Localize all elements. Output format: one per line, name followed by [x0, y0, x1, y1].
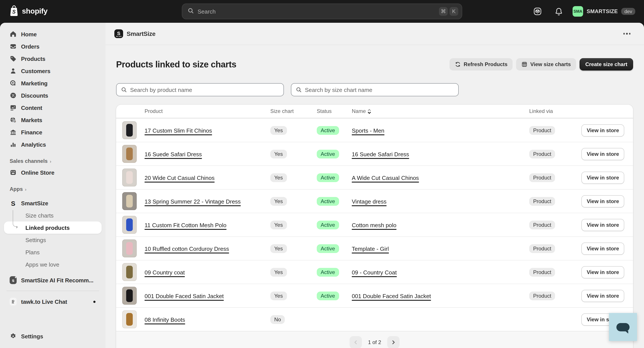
subitem-label: Plans: [26, 249, 40, 255]
size-chart-badge: No: [270, 315, 285, 324]
sidebar-item-settings[interactable]: Settings: [4, 330, 102, 342]
apps-header[interactable]: Apps ›: [4, 184, 102, 194]
linked-via-badge: Product: [529, 197, 555, 206]
sidebar-item-smartsize-ai[interactable]: s SmartSize AI Fit Recomm...: [4, 274, 102, 286]
sidebar-item-customers[interactable]: Customers: [4, 65, 102, 77]
sidebar-item-finance[interactable]: Finance: [4, 126, 102, 138]
table-row: 001 Double Faced Satin Jacket Yes Active…: [116, 284, 633, 307]
sidebar-item-smartsize-app[interactable]: S SmartSize: [4, 197, 102, 209]
app-overflow-menu-button[interactable]: [620, 30, 633, 37]
column-header-name[interactable]: Name: [352, 108, 529, 114]
table-row: 08 Infinity Boots No View in store: [116, 307, 633, 331]
sidebar-item-home[interactable]: Home: [4, 28, 102, 40]
sidebar-subitem-linked-products[interactable]: Linked products: [4, 222, 102, 234]
status-dot: [93, 301, 96, 303]
column-header-product: Product: [144, 108, 270, 114]
smartsize-app-logo: S: [114, 29, 123, 38]
global-search-input[interactable]: Search ⌘ K: [182, 3, 462, 19]
product-search-input[interactable]: Search by product name: [116, 83, 284, 96]
sidekick-assistant-button[interactable]: [530, 4, 544, 18]
sales-channels-header[interactable]: Sales channels ›: [4, 156, 102, 166]
sidebar-item-online-store[interactable]: Online Store: [4, 166, 102, 179]
view-size-charts-label: View size charts: [530, 61, 571, 67]
size-chart-badge: Yes: [270, 244, 287, 253]
shopify-logo[interactable]: S shopify: [9, 4, 48, 18]
product-link[interactable]: 20 Wide Cut Casual Chinos: [144, 174, 214, 181]
subitem-label: Apps we love: [26, 261, 59, 268]
previous-page-button[interactable]: [350, 336, 362, 348]
sidebar-item-content[interactable]: Content: [4, 102, 102, 114]
sidebar-subitem-apps-we-love[interactable]: Apps we love: [4, 258, 102, 271]
media-icon: [10, 104, 17, 111]
sidebar-subitem-plans[interactable]: Plans: [4, 246, 102, 258]
store-account-menu[interactable]: SMA SMARTSIZE dev: [572, 6, 635, 17]
status-badge: Active: [317, 173, 339, 182]
sidebar-item-label: Home: [21, 31, 36, 37]
product-link[interactable]: 10 Ruffled cotton Corduroy Dress: [144, 245, 229, 252]
product-thumbnail: [122, 287, 137, 305]
view-in-store-button[interactable]: View in store: [581, 171, 624, 184]
next-page-button[interactable]: [387, 336, 400, 348]
sidebar-item-tawk-chat[interactable]: tawk.to Live Chat: [4, 296, 102, 308]
main-content: S SmartSize Products linked to size char…: [106, 23, 644, 348]
size-chart-link[interactable]: 09 - Country Coat: [352, 269, 397, 276]
sidebar-subitem-size-charts[interactable]: Size charts: [4, 209, 102, 222]
linked-via-badge: Product: [529, 126, 555, 135]
size-chart-link[interactable]: 16 Suede Safari Dress: [352, 151, 409, 157]
size-chart-badge: Yes: [270, 173, 287, 182]
home-icon: [10, 31, 17, 38]
sidebar-subitem-settings[interactable]: Settings: [4, 234, 102, 246]
product-link[interactable]: 16 Suede Safari Dress: [144, 151, 202, 157]
sidebar-item-label: Products: [21, 55, 45, 62]
dev-environment-badge: dev: [622, 8, 636, 15]
sidebar: Home Orders Products Customers Marketing…: [0, 23, 106, 348]
view-in-store-button[interactable]: View in store: [581, 124, 624, 136]
live-chat-launcher-button[interactable]: [609, 313, 637, 341]
product-link[interactable]: 11 Custom Fit Cotton Mesh Polo: [144, 222, 226, 228]
refresh-products-button[interactable]: Refresh Products: [450, 58, 513, 70]
sidebar-item-analytics[interactable]: Analytics: [4, 138, 102, 151]
view-in-store-button[interactable]: View in store: [581, 195, 624, 207]
bar-chart-icon: [10, 141, 17, 148]
svg-text:$: $: [14, 120, 16, 123]
linked-products-table: Product Size chart Status Name Linked vi…: [116, 105, 633, 348]
view-in-store-button[interactable]: View in store: [581, 266, 624, 278]
product-link[interactable]: 13 Spring Summer 22 - Vintage Dress: [144, 198, 241, 205]
chevron-right-icon: ›: [50, 159, 51, 163]
size-chart-badge: Yes: [270, 291, 287, 300]
subitem-label: Settings: [26, 237, 46, 243]
sidebar-item-products[interactable]: Products: [4, 52, 102, 65]
view-in-store-button[interactable]: View in store: [581, 242, 624, 255]
size-chart-link[interactable]: 001 Double Faced Satin Jacket: [352, 293, 431, 299]
sidebar-item-discounts[interactable]: Discounts: [4, 89, 102, 102]
size-chart-link[interactable]: Sports - Men: [352, 127, 384, 134]
size-chart-link[interactable]: Cotton mesh polo: [352, 222, 396, 228]
chevron-right-icon: [391, 340, 396, 345]
size-chart-link[interactable]: Vintage dress: [352, 198, 386, 205]
size-chart-badge: Yes: [270, 149, 287, 158]
view-size-charts-button[interactable]: View size charts: [516, 58, 576, 70]
sidebar-item-markets[interactable]: $ Markets: [4, 114, 102, 126]
product-thumbnail: [122, 192, 137, 210]
view-in-store-button[interactable]: View in store: [581, 290, 624, 302]
size-chart-link[interactable]: Template - Girl: [352, 245, 389, 252]
size-chart-search-input[interactable]: Search by size chart name: [291, 83, 459, 96]
subitem-label: Size charts: [26, 212, 54, 219]
view-in-store-button[interactable]: View in store: [581, 219, 624, 231]
size-chart-link[interactable]: A Wide Cut Casual Chinos: [352, 174, 419, 181]
product-link[interactable]: 09 Country coat: [144, 269, 185, 276]
notifications-button[interactable]: [552, 4, 566, 18]
size-chart-badge: Yes: [270, 126, 287, 135]
product-link[interactable]: 17 Custom Slim Fit Chinos: [144, 127, 212, 134]
pagination-label: 1 of 2: [368, 339, 381, 345]
create-size-chart-button[interactable]: Create size chart: [580, 58, 633, 70]
linked-via-badge: Product: [529, 173, 555, 182]
product-thumbnail: [122, 216, 137, 234]
sidebar-item-orders[interactable]: Orders: [4, 40, 102, 52]
product-link[interactable]: 001 Double Faced Satin Jacket: [144, 293, 224, 299]
view-in-store-button[interactable]: View in store: [581, 148, 624, 160]
sidebar-item-marketing[interactable]: Marketing: [4, 77, 102, 89]
sidebar-item-label: Customers: [21, 68, 50, 74]
product-link[interactable]: 08 Infinity Boots: [144, 316, 185, 323]
chevron-right-icon: ›: [25, 187, 26, 192]
